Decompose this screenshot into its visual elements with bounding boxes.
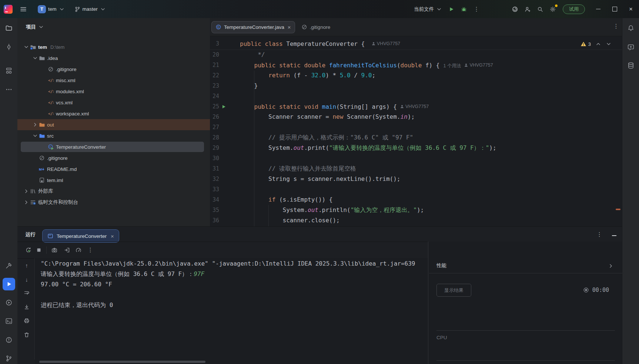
tree-item-temperatureconverter[interactable]: CTemperatureConverter (17, 141, 210, 152)
scroll-to-end-button[interactable] (22, 302, 31, 312)
stop-button[interactable] (34, 245, 44, 255)
profiler-button[interactable] (74, 245, 83, 255)
branch-widget[interactable]: master (71, 4, 109, 15)
prev-problem-icon[interactable] (595, 41, 601, 47)
tab-gitignore[interactable]: .gitignore (298, 21, 334, 33)
code-line-30[interactable]: 30 (210, 153, 622, 164)
tree-item-out[interactable]: out (17, 119, 210, 130)
down-stack-button[interactable]: ↓ (22, 274, 31, 284)
run-button[interactable] (445, 4, 458, 15)
code-with-me-button[interactable] (521, 4, 534, 15)
tree-item-tem[interactable]: temD:\tem (17, 41, 210, 53)
code-line-25[interactable]: 25 public static void main(String[] args… (210, 101, 622, 112)
ai-assistant-button[interactable] (509, 4, 521, 15)
close-icon[interactable]: × (111, 233, 114, 239)
chevron-down-icon[interactable] (38, 24, 44, 30)
close-button[interactable]: × (623, 0, 639, 18)
project-widget[interactable]: T tem (35, 4, 68, 15)
notifications-button[interactable] (625, 22, 637, 34)
error-stripe-mark[interactable] (616, 209, 620, 210)
tree-item-.gitignore[interactable]: .gitignore (17, 152, 210, 164)
tree-item-modules.xml[interactable]: </>modules.xml (17, 86, 210, 97)
next-problem-icon[interactable] (606, 41, 612, 47)
rerun-button[interactable] (24, 245, 33, 255)
tree-item-src[interactable]: src (17, 130, 210, 141)
clear-console-button[interactable] (22, 330, 31, 340)
inspection-warnings-widget[interactable]: 3 (581, 41, 591, 47)
code-line-26[interactable]: 26 Scanner scanner = new Scanner(System.… (210, 112, 622, 122)
main-menu-icon[interactable] (17, 4, 30, 15)
hide-panel-button[interactable] (609, 231, 619, 240)
snapshot-button[interactable] (50, 245, 59, 255)
code-line-32[interactable]: 32 String s = scanner.nextLine().trim(); (210, 174, 622, 184)
tree-item-workspace.xml[interactable]: </>workspace.xml (17, 108, 210, 119)
code-line-3[interactable]: 3public class TemperatureConverter { VHV… (210, 38, 622, 49)
run-config-selector[interactable]: 当前文件 (411, 4, 445, 15)
code-line-31[interactable]: 31 // 读取整行输入并去除首尾空格 (210, 164, 622, 174)
tab-options-icon[interactable]: ⋮ (613, 23, 619, 29)
maximize-button[interactable] (606, 0, 623, 18)
up-stack-button[interactable]: ↑ (22, 260, 31, 270)
run-tool-button[interactable] (3, 278, 15, 290)
horizontal-scrollbar[interactable] (39, 361, 205, 363)
debug-button[interactable] (458, 4, 470, 15)
code-line-29[interactable]: 29 System.out.print("请输入要转换的温度与单位（例如 36.… (210, 143, 622, 153)
services-tool-button[interactable] (3, 296, 15, 309)
commit-tool-button[interactable] (3, 41, 15, 53)
tree-item-.gitignore[interactable]: .gitignore (17, 64, 210, 75)
code-line-24[interactable]: 24 (210, 91, 622, 101)
code-line-28[interactable]: 28 // 提示用户输入，格式示例："36.6 C" 或 "97 F" (210, 132, 622, 143)
chevron-down-icon[interactable] (31, 133, 39, 139)
search-everywhere-button[interactable] (534, 4, 546, 15)
project-panel-title[interactable]: 项目 (26, 24, 36, 30)
terminal-tool-button[interactable] (3, 315, 15, 327)
tree-item-临时文件和控制台[interactable]: 临时文件和控制台 (17, 197, 210, 208)
vcs-tool-button[interactable] (3, 352, 15, 364)
code-line-27[interactable]: 27 (210, 122, 622, 132)
more-actions-button[interactable]: ⋮ (470, 4, 483, 15)
build-tool-button[interactable] (3, 259, 15, 272)
more-tools-button[interactable] (3, 83, 15, 96)
settings-button[interactable] (546, 4, 559, 15)
run-tab-temperatureconverter[interactable]: TemperatureConverter × (43, 230, 119, 242)
code-line-20[interactable]: 20 */ (210, 50, 622, 60)
run-line-gutter-icon[interactable] (219, 101, 228, 112)
code-line-21[interactable]: 21 public static double fahrenheitToCels… (210, 60, 622, 70)
show-results-button[interactable]: 显示结果 (436, 284, 471, 297)
problems-tool-button[interactable] (3, 334, 15, 346)
code-line-36[interactable]: 36 scanner.close(); (210, 215, 622, 226)
code-viewport[interactable]: 20 */21 public static double fahrenheitT… (210, 50, 622, 226)
tree-item-misc.xml[interactable]: </>misc.xml (17, 75, 210, 86)
tree-item-tem.iml[interactable]: tem.iml (17, 175, 210, 186)
ai-chat-tool-button[interactable] (625, 41, 637, 54)
print-button[interactable] (22, 316, 31, 326)
structure-tool-button[interactable] (3, 64, 15, 77)
project-tool-button[interactable] (3, 22, 15, 34)
chevron-right-icon[interactable] (23, 199, 30, 205)
soft-wrap-button[interactable] (22, 288, 31, 298)
code-line-33[interactable]: 33 (210, 184, 622, 195)
code-line-23[interactable]: 23 } (210, 81, 622, 91)
tab-temperatureconverter-java[interactable]: C TemperatureConverter.java × (212, 21, 295, 33)
chevron-right-icon[interactable] (31, 122, 39, 128)
chevron-right-icon[interactable] (23, 188, 30, 194)
thread-dump-button[interactable] (62, 245, 72, 255)
trial-button[interactable]: 试用 (563, 4, 585, 14)
chevron-down-icon[interactable] (31, 55, 39, 61)
close-icon[interactable]: × (288, 24, 291, 30)
code-line-34[interactable]: 34 if (s.isEmpty()) { (210, 195, 622, 205)
tree-item-.idea[interactable]: .idea (17, 53, 210, 64)
chevron-down-icon[interactable] (23, 44, 30, 50)
sticky-header-line[interactable]: 3public class TemperatureConverter { VHV… (210, 38, 622, 50)
tree-item-readme.md[interactable]: MREADME.md (17, 164, 210, 175)
minimize-button[interactable] (590, 0, 606, 18)
database-tool-button[interactable] (625, 59, 637, 72)
console-output[interactable]: "C:\Program Files\Java\jdk-25.0.2\bin\ja… (41, 259, 428, 318)
console-more-button[interactable]: ⋮ (86, 245, 95, 255)
code-line-22[interactable]: 22 return (f - 32.0) * 5.0 / 9.0; (210, 70, 622, 81)
tree-item-vcs.xml[interactable]: </>vcs.xml (17, 97, 210, 108)
expand-panel-icon[interactable] (608, 263, 614, 269)
code-line-35[interactable]: 35 System.out.println("输入为空，程序退出。"); (210, 205, 622, 215)
panel-options-icon[interactable]: ⋮ (596, 232, 602, 237)
tree-item-外部库[interactable]: 外部库 (17, 186, 210, 197)
